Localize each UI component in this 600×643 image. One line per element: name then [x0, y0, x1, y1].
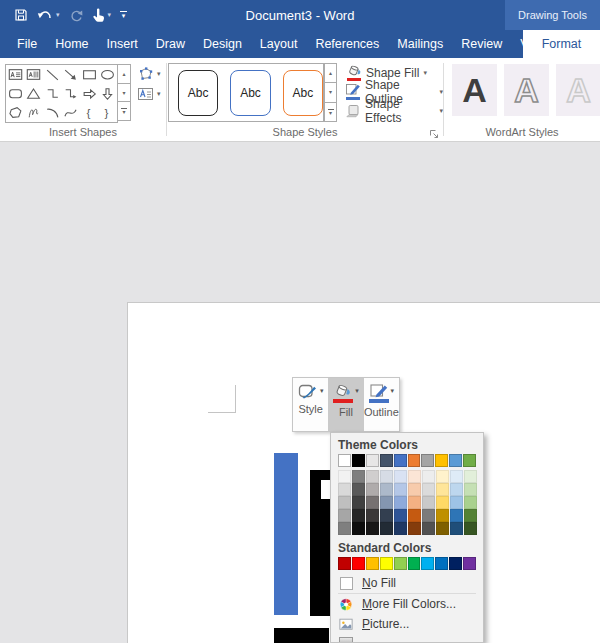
variant-swatch-D6DCE5[interactable]: [380, 470, 393, 483]
freeform-shape-icon[interactable]: [7, 104, 24, 121]
rectangle-shape-icon[interactable]: [81, 66, 98, 83]
variant-swatch-FBE5D6[interactable]: [408, 470, 421, 483]
shape-style-preset-1[interactable]: Abc: [178, 70, 218, 116]
variant-swatch-1F3864[interactable]: [394, 522, 407, 535]
variant-swatch-3B3838[interactable]: [366, 509, 379, 522]
variant-swatch-F7CBAC[interactable]: [408, 483, 421, 496]
vertical-text-box-shape-icon[interactable]: [25, 66, 42, 83]
shape-style-preset-2[interactable]: Abc: [230, 70, 270, 116]
variant-swatch-262626[interactable]: [352, 509, 365, 522]
theme-color-swatch-E7E6E6[interactable]: [366, 454, 379, 467]
scroll-up-icon[interactable]: ▴: [117, 64, 131, 84]
standard-color-swatch-FFC000[interactable]: [366, 557, 379, 570]
right-arrow-shape-icon[interactable]: [81, 85, 98, 102]
wordart-preset-2[interactable]: A: [504, 64, 549, 116]
variant-swatch-0D0D0D[interactable]: [352, 522, 365, 535]
standard-color-swatch-FFFF00[interactable]: [380, 557, 393, 570]
theme-color-swatch-FFFFFF[interactable]: [338, 454, 351, 467]
left-brace-shape-icon[interactable]: {: [81, 104, 98, 121]
standard-color-swatch-FF0000[interactable]: [352, 557, 365, 570]
variant-swatch-F4B183[interactable]: [408, 496, 421, 509]
tab-home[interactable]: Home: [46, 30, 97, 58]
menu-item-more-fill-colors[interactable]: More Fill Colors...: [338, 594, 476, 614]
text-box-shape-icon[interactable]: [7, 66, 24, 83]
dropdown-caret-icon[interactable]: ▾: [56, 11, 60, 19]
menu-item-no-fill[interactable]: No Fill: [338, 573, 476, 593]
theme-color-swatch-FFC000[interactable]: [435, 454, 448, 467]
variant-swatch-333F50[interactable]: [380, 509, 393, 522]
menu-item-gradient-partial[interactable]: [338, 634, 476, 643]
tab-insert[interactable]: Insert: [98, 30, 147, 58]
shape-effects-button[interactable]: Shape Effects▾: [345, 101, 443, 120]
variant-swatch-C5E0B4[interactable]: [464, 483, 477, 496]
variant-swatch-525252[interactable]: [422, 522, 435, 535]
customize-quick-access-icon[interactable]: ▾: [120, 11, 127, 19]
variant-swatch-ACB9CA[interactable]: [380, 483, 393, 496]
scroll-down-icon[interactable]: ▾: [324, 83, 337, 102]
draw-text-box-button[interactable]: ▾: [137, 86, 161, 102]
tab-file[interactable]: File: [8, 30, 46, 58]
standard-color-swatch-002060[interactable]: [449, 557, 462, 570]
variant-swatch-FFD966[interactable]: [436, 496, 449, 509]
theme-color-swatch-4472C4[interactable]: [394, 454, 407, 467]
variant-swatch-BF9000[interactable]: [436, 509, 449, 522]
theme-color-swatch-ED7D31[interactable]: [408, 454, 421, 467]
variant-swatch-BDD7EE[interactable]: [450, 483, 463, 496]
variant-swatch-FFF2CC[interactable]: [436, 470, 449, 483]
variant-swatch-C55A11[interactable]: [408, 509, 421, 522]
variant-swatch-7F7F7F[interactable]: [338, 522, 351, 535]
variant-swatch-7B7B7B[interactable]: [422, 509, 435, 522]
scroll-up-icon[interactable]: ▴: [324, 63, 337, 83]
tab-design[interactable]: Design: [194, 30, 251, 58]
variant-swatch-9DC3E6[interactable]: [450, 496, 463, 509]
down-arrow-shape-icon[interactable]: [99, 85, 116, 102]
variant-swatch-DBDBDB[interactable]: [422, 483, 435, 496]
standard-color-swatch-7030A0[interactable]: [463, 557, 476, 570]
drawing-shape[interactable]: [274, 453, 298, 615]
standard-color-swatch-00B0F0[interactable]: [421, 557, 434, 570]
undo-icon[interactable]: ▾: [37, 9, 60, 22]
curve-shape-icon[interactable]: [62, 104, 79, 121]
right-brace-shape-icon[interactable]: }: [99, 104, 116, 121]
mini-toolbar-outline-button[interactable]: ▾Outline: [364, 378, 399, 431]
standard-color-swatch-C00000[interactable]: [338, 557, 351, 570]
standard-color-swatch-92D050[interactable]: [394, 557, 407, 570]
variant-swatch-2F5496[interactable]: [394, 509, 407, 522]
rounded-rectangle-shape-icon[interactable]: [7, 85, 24, 102]
elbow-arrow-connector-shape-icon[interactable]: [62, 85, 79, 102]
gallery-more-icon[interactable]: ▾: [324, 103, 337, 122]
variant-swatch-375623[interactable]: [464, 522, 477, 535]
menu-item-picture[interactable]: Picture...: [338, 614, 476, 634]
oval-shape-icon[interactable]: [99, 66, 116, 83]
variant-swatch-222B35[interactable]: [380, 522, 393, 535]
redo-icon[interactable]: [69, 9, 83, 22]
dropdown-caret-icon[interactable]: ▾: [108, 11, 112, 19]
variant-swatch-7F7F7F[interactable]: [352, 470, 365, 483]
theme-color-swatch-70AD47[interactable]: [463, 454, 476, 467]
touch-mode-icon[interactable]: ▾: [92, 8, 112, 22]
variant-swatch-AFABAB[interactable]: [366, 483, 379, 496]
variant-swatch-EDEDED[interactable]: [422, 470, 435, 483]
shape-style-preset-3[interactable]: Abc: [283, 70, 323, 116]
mini-toolbar-fill-button[interactable]: ▾Fill: [328, 378, 363, 431]
variant-swatch-7F6000[interactable]: [436, 522, 449, 535]
theme-color-swatch-44546A[interactable]: [380, 454, 393, 467]
tab-draw[interactable]: Draw: [147, 30, 194, 58]
wordart-preset-1[interactable]: A: [452, 64, 497, 116]
standard-color-swatch-00B050[interactable]: [408, 557, 421, 570]
variant-swatch-595959[interactable]: [352, 483, 365, 496]
variant-swatch-B4C7E7[interactable]: [394, 483, 407, 496]
scribble-shape-icon[interactable]: [25, 104, 42, 121]
edit-shape-button[interactable]: ▾: [137, 66, 161, 82]
variant-swatch-181717[interactable]: [366, 522, 379, 535]
variant-swatch-D0CECE[interactable]: [366, 470, 379, 483]
variant-swatch-A9D18E[interactable]: [464, 496, 477, 509]
arc-shape-icon[interactable]: [44, 104, 61, 121]
save-icon[interactable]: [14, 8, 28, 22]
variant-swatch-843C0C[interactable]: [408, 522, 421, 535]
variant-swatch-404040[interactable]: [352, 496, 365, 509]
drawing-shape[interactable]: [274, 628, 329, 643]
theme-color-swatch-5B9BD5[interactable]: [449, 454, 462, 467]
mini-toolbar-style-button[interactable]: ▾Style: [293, 378, 328, 431]
tab-format[interactable]: Format: [523, 30, 600, 58]
